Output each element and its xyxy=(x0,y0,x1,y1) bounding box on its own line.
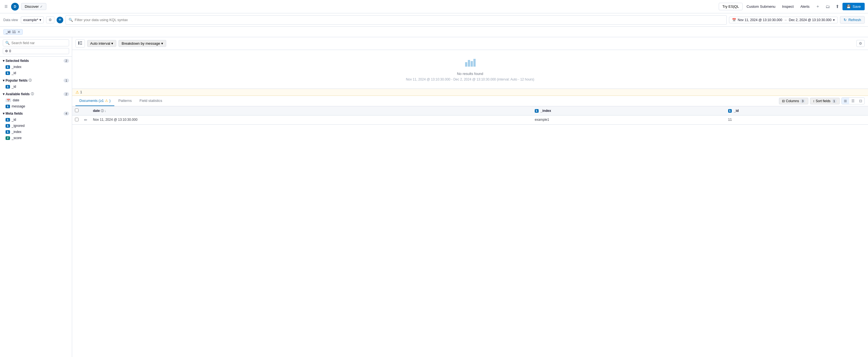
search-icon: 🔍 xyxy=(68,18,73,22)
section-meta-fields[interactable]: ▾ Meta fields 4 xyxy=(0,109,72,117)
field-badge-calendar: 📅 xyxy=(5,98,11,102)
svg-rect-4 xyxy=(465,62,467,67)
hamburger-button[interactable]: ☰ xyxy=(3,3,9,10)
alerts-button[interactable]: Alerts xyxy=(798,3,812,10)
field-name-index: _index xyxy=(12,65,21,69)
chart-area: No results found Nov 11, 2024 @ 13:10:30… xyxy=(72,50,868,89)
header-index-label: _index xyxy=(540,109,551,113)
header-id-badge: k xyxy=(728,109,732,113)
filter-count: 0 xyxy=(9,49,11,53)
list-item[interactable]: k _ignored xyxy=(0,123,72,129)
inspect-button[interactable]: Inspect xyxy=(779,3,797,10)
row-expand-cell: ✏ xyxy=(81,116,90,125)
sort-fields-button[interactable]: ↕ Sort fields 1 xyxy=(810,98,840,105)
warning-icon: ⚠ xyxy=(75,90,79,94)
section-selected-title: ▾ Selected fields xyxy=(3,59,29,63)
tab-field-statistics[interactable]: Field statistics xyxy=(136,96,166,106)
section-available-fields[interactable]: ▾ Available fields ⓘ 2 xyxy=(0,90,72,97)
section-popular-fields[interactable]: ▾ Popular fields ⓘ 1 xyxy=(0,76,72,84)
svg-rect-3 xyxy=(80,44,82,45)
list-item[interactable]: k _id xyxy=(0,70,72,76)
svg-rect-5 xyxy=(468,60,470,67)
chart-empty-icon xyxy=(465,57,476,69)
interval-selector-button[interactable]: Auto interval ▾ xyxy=(87,40,116,47)
chevron-down-icon: ▾ xyxy=(3,92,4,96)
list-item[interactable]: k _id xyxy=(0,117,72,123)
header-expand xyxy=(81,106,90,116)
field-search-bar[interactable]: 🔍 xyxy=(3,39,69,47)
svg-rect-1 xyxy=(80,41,82,42)
table-view-button[interactable]: ⊞ xyxy=(842,98,849,104)
compact-view-button[interactable]: ☰ xyxy=(849,98,857,104)
row-id-cell: 11 xyxy=(725,116,868,125)
table-row: ✏ Nov 11, 2024 @ 13:10:30.000 example1 1… xyxy=(72,116,868,125)
tab-documents[interactable]: Documents (≥1 ⚠ ) xyxy=(75,96,114,106)
breakdown-label: Breakdown by message xyxy=(122,41,160,46)
list-item[interactable]: # _score xyxy=(0,135,72,141)
chevron-down-icon: ▾ xyxy=(39,18,41,22)
view-toggle-buttons: ⊞ ☰ ⊡ xyxy=(841,97,865,105)
tab-actions: ⊟ Columns 3 ↕ Sort fields 1 ⊞ ☰ ⊡ xyxy=(779,97,865,105)
kql-search-bar[interactable]: 🔍 xyxy=(65,15,727,25)
chart-settings-button[interactable]: ⚙ xyxy=(856,40,865,47)
save-icon: 💾 xyxy=(846,4,851,9)
select-all-checkbox[interactable] xyxy=(75,109,79,112)
field-search-input[interactable] xyxy=(11,41,67,45)
list-item[interactable]: k message xyxy=(0,103,72,109)
try-esql-button[interactable]: Try ES|QL xyxy=(719,3,743,10)
data-view-value: example* xyxy=(23,18,38,22)
svg-rect-7 xyxy=(473,59,476,67)
content-area: Auto interval ▾ Breakdown by message ▾ ⚙… xyxy=(72,37,868,357)
field-badge-k: k xyxy=(5,130,10,134)
section-selected-fields[interactable]: ▾ Selected fields 2 xyxy=(0,57,72,64)
share-icon-button[interactable]: ⬆ xyxy=(833,2,841,10)
custom-submenu-button[interactable]: Custom Submenu xyxy=(744,3,778,10)
tabs-row: Documents (≥1 ⚠ ) Patterns Field statist… xyxy=(72,96,868,106)
filter-tag-close-button[interactable]: ✕ xyxy=(18,30,20,34)
header-index: k _index xyxy=(532,106,725,116)
list-item[interactable]: k _index xyxy=(0,129,72,135)
sort-date-icon[interactable]: ⓘ ↓ xyxy=(101,109,106,113)
filter-count-button[interactable]: ⚙ 0 xyxy=(3,48,69,54)
interval-label: Auto interval xyxy=(90,41,110,46)
columns-button[interactable]: ⊟ Columns 3 xyxy=(779,98,808,105)
row-index-cell: example1 xyxy=(532,116,725,125)
results-table: date ⓘ ↓ k _index k _id xyxy=(72,106,868,125)
section-popular-title: ▾ Popular fields ⓘ xyxy=(3,78,32,83)
date-range-picker[interactable]: 📅 Nov 11, 2024 @ 13:10:30.000 → Dec 2, 2… xyxy=(729,17,838,23)
breakdown-selector-button[interactable]: Breakdown by message ▾ xyxy=(119,40,166,47)
tab-patterns[interactable]: Patterns xyxy=(114,96,135,106)
data-view-select[interactable]: example* ▾ xyxy=(21,17,44,23)
filter-tag-id: _id: 11 ✕ xyxy=(3,29,23,35)
field-name-ignored: _ignored xyxy=(12,124,25,128)
tab-field-statistics-label: Field statistics xyxy=(140,98,162,103)
row-checkbox[interactable] xyxy=(75,118,79,121)
sidebar-toggle-button[interactable] xyxy=(75,39,85,48)
list-item[interactable]: k _index xyxy=(0,64,72,70)
expanded-view-button[interactable]: ⊡ xyxy=(857,98,864,104)
refresh-button[interactable]: ↻ Refresh xyxy=(840,16,865,24)
row-expand-button[interactable]: ✏ xyxy=(84,118,87,122)
filter-options-button[interactable]: ⚙ xyxy=(46,17,54,23)
second-row: Data view example* ▾ ⚙ + 🔍 📅 Nov 11, 202… xyxy=(0,13,868,27)
plus-icon-button[interactable]: ＋ xyxy=(813,2,822,11)
save-button[interactable]: 💾 Save xyxy=(842,3,865,10)
save-label: Save xyxy=(852,4,861,9)
sidebar-search-area: 🔍 ⚙ 0 xyxy=(0,37,72,57)
refresh-label: Refresh xyxy=(848,18,861,22)
kql-search-input[interactable] xyxy=(75,18,724,22)
list-item[interactable]: 📅 date xyxy=(0,97,72,103)
sidebar: 🔍 ⚙ 0 ▾ Selected fields 2 k _index k _id xyxy=(0,37,72,357)
tab-warning-icon: ⚠ xyxy=(105,98,108,103)
sort-count: 1 xyxy=(832,99,837,103)
chevron-down-icon: ▾ xyxy=(111,41,113,46)
svg-rect-6 xyxy=(471,61,473,67)
field-badge-k: k xyxy=(5,65,10,69)
folder-icon-button[interactable]: 🗂 xyxy=(823,3,832,10)
filter-tag-label: _id: 11 xyxy=(6,30,16,34)
list-item[interactable]: k _id xyxy=(0,84,72,90)
calendar-icon: 📅 xyxy=(732,18,736,22)
meta-fields-count: 4 xyxy=(64,112,69,116)
discover-button[interactable]: Discover ✓ xyxy=(21,3,46,10)
add-filter-button[interactable]: + xyxy=(57,17,63,23)
